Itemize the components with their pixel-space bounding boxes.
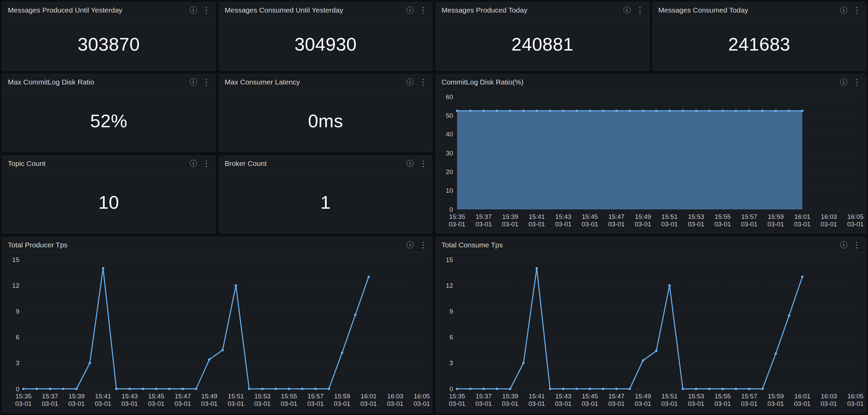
total-consume-tps-chart[interactable]: 0369121515:3503-0115:3703-0115:3903-0115… [437, 253, 864, 411]
info-icon[interactable]: i [406, 78, 414, 86]
svg-text:15:5303-01: 15:5303-01 [688, 393, 704, 407]
panel-title[interactable]: Max CommitLog Disk Ratio [8, 78, 94, 86]
stat-panel-messages-consumed-today: Messages Consumed Today i ⋮ 241683 [653, 2, 866, 71]
chart-panel-total-consume-tps: Total Consume Tps i ⋮ 0369121515:3503-01… [436, 237, 866, 413]
panel-header: Max CommitLog Disk Ratio i ⋮ [2, 74, 215, 90]
panel-actions: i ⋮ [406, 241, 427, 249]
svg-text:15:4103-01: 15:4103-01 [528, 213, 545, 228]
info-icon[interactable]: i [840, 241, 847, 248]
panel-header: Topic Count i ⋮ [2, 156, 215, 171]
info-icon[interactable]: i [840, 6, 847, 14]
svg-text:15: 15 [12, 256, 19, 263]
panel-title[interactable]: Topic Count [8, 159, 46, 168]
chart-panel-commitlog-disk-ratio: CommitLog Disk Ratio(%) i ⋮ 010203040506… [436, 74, 866, 233]
panel-actions: i ⋮ [623, 6, 644, 14]
panel-menu-icon[interactable]: ⋮ [419, 159, 427, 168]
stat-body: 303870 [2, 18, 215, 70]
panel-title[interactable]: Messages Consumed Today [658, 6, 748, 14]
panel-menu-icon[interactable]: ⋮ [202, 6, 211, 14]
panel-actions: i ⋮ [840, 241, 861, 249]
panel-title[interactable]: Max Consumer Latency [225, 78, 300, 86]
svg-text:16:0303-01: 16:0303-01 [820, 213, 837, 228]
stat-panel-max-consumer-latency: Max Consumer Latency i ⋮ 0ms [219, 74, 433, 152]
svg-text:15:4903-01: 15:4903-01 [201, 393, 218, 407]
info-icon[interactable]: i [190, 6, 197, 14]
panel-actions: i ⋮ [840, 78, 861, 86]
info-icon[interactable]: i [406, 241, 414, 248]
svg-text:15:4903-01: 15:4903-01 [635, 393, 651, 407]
panel-actions: i ⋮ [190, 78, 211, 86]
svg-text:15:3903-01: 15:3903-01 [502, 213, 519, 228]
info-icon[interactable]: i [406, 160, 414, 167]
svg-text:30: 30 [446, 150, 453, 157]
svg-text:15:5503-01: 15:5503-01 [715, 213, 731, 228]
stat-value: 303870 [78, 34, 140, 55]
panel-title[interactable]: Total Consume Tps [441, 241, 503, 249]
panel-menu-icon[interactable]: ⋮ [202, 159, 211, 168]
total-producer-tps-chart[interactable]: 0369121515:3503-0115:3703-0115:3903-0115… [4, 253, 431, 411]
svg-text:15:4503-01: 15:4503-01 [582, 213, 598, 228]
info-icon[interactable]: i [190, 160, 197, 167]
info-icon[interactable]: i [840, 78, 847, 86]
chart-body: 0369121515:3503-0115:3703-0115:3903-0115… [2, 253, 432, 413]
panel-title[interactable]: CommitLog Disk Ratio(%) [441, 78, 524, 86]
panel-menu-icon[interactable]: ⋮ [853, 241, 861, 249]
panel-title[interactable]: Broker Count [225, 159, 267, 168]
info-icon[interactable]: i [623, 6, 631, 14]
svg-text:40: 40 [446, 131, 453, 138]
panel-header: Messages Consumed Until Yesterday i ⋮ [219, 2, 432, 18]
svg-text:16:0503-01: 16:0503-01 [414, 393, 430, 407]
svg-text:50: 50 [446, 112, 453, 119]
stat-value: 240881 [511, 34, 574, 55]
panel-header: Max Consumer Latency i ⋮ [219, 74, 432, 90]
panel-menu-icon[interactable]: ⋮ [853, 78, 861, 86]
svg-text:16:0503-01: 16:0503-01 [847, 393, 864, 407]
svg-text:16:0103-01: 16:0103-01 [794, 393, 811, 407]
svg-text:15:5703-01: 15:5703-01 [741, 213, 758, 228]
panel-header: Messages Consumed Today i ⋮ [653, 2, 866, 18]
panel-menu-icon[interactable]: ⋮ [419, 78, 427, 86]
info-icon[interactable]: i [190, 78, 197, 86]
panel-title[interactable]: Total Producer Tps [8, 241, 68, 249]
svg-text:15:4703-01: 15:4703-01 [175, 393, 191, 407]
svg-text:16:0503-01: 16:0503-01 [847, 213, 864, 228]
chart-panel-total-producer-tps: Total Producer Tps i ⋮ 0369121515:3503-0… [2, 237, 432, 413]
svg-text:15:3903-01: 15:3903-01 [502, 393, 519, 407]
svg-text:15:4303-01: 15:4303-01 [121, 393, 138, 407]
svg-text:3: 3 [449, 359, 453, 366]
panel-header: CommitLog Disk Ratio(%) i ⋮ [436, 74, 866, 90]
panel-menu-icon[interactable]: ⋮ [419, 6, 427, 14]
svg-text:15:4503-01: 15:4503-01 [148, 393, 165, 407]
svg-text:15:3503-01: 15:3503-01 [15, 393, 32, 407]
svg-text:0: 0 [16, 385, 19, 393]
svg-text:12: 12 [446, 282, 453, 289]
svg-text:0: 0 [449, 385, 453, 393]
panel-title[interactable]: Messages Produced Today [441, 6, 527, 14]
stat-body: 10 [2, 171, 215, 233]
panel-menu-icon[interactable]: ⋮ [853, 6, 861, 14]
svg-text:6: 6 [16, 334, 19, 341]
panel-menu-icon[interactable]: ⋮ [202, 78, 211, 86]
panel-title[interactable]: Messages Consumed Until Yesterday [225, 6, 343, 14]
panel-menu-icon[interactable]: ⋮ [636, 6, 644, 14]
stat-body: 52% [2, 90, 215, 152]
svg-text:16:0103-01: 16:0103-01 [360, 393, 377, 407]
svg-text:15:5103-01: 15:5103-01 [661, 393, 678, 407]
stat-value: 1 [320, 192, 331, 213]
svg-text:9: 9 [449, 308, 453, 315]
svg-text:60: 60 [446, 93, 453, 100]
panel-menu-icon[interactable]: ⋮ [419, 241, 427, 249]
svg-text:15:4903-01: 15:4903-01 [635, 213, 651, 228]
commitlog-disk-ratio-chart[interactable]: 010203040506015:3503-0115:3703-0115:3903… [437, 91, 864, 232]
panel-actions: i ⋮ [406, 6, 427, 14]
panel-header: Broker Count i ⋮ [219, 156, 432, 171]
svg-text:15:4103-01: 15:4103-01 [528, 393, 545, 407]
panel-title[interactable]: Messages Produced Until Yesterday [8, 6, 122, 14]
stat-value: 10 [98, 192, 119, 213]
info-icon[interactable]: i [406, 6, 414, 14]
svg-text:15:5703-01: 15:5703-01 [741, 393, 758, 407]
stat-value: 52% [90, 110, 127, 131]
panel-actions: i ⋮ [840, 6, 861, 14]
svg-text:15: 15 [446, 256, 453, 263]
chart-body: 010203040506015:3503-0115:3703-0115:3903… [436, 90, 866, 233]
